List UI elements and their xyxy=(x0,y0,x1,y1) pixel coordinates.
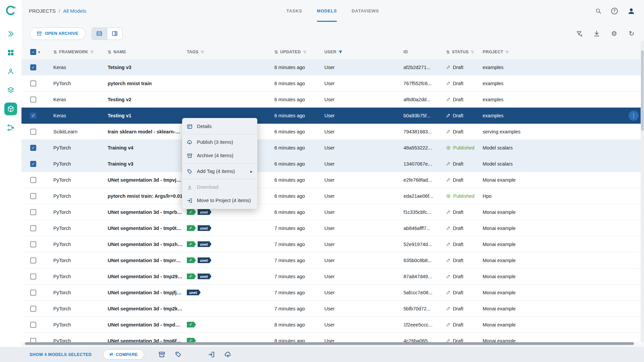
table-row[interactable]: PyTorch UNet segmentation 3d - tmp29rf..… xyxy=(21,268,644,285)
footer-archive-icon[interactable] xyxy=(158,351,165,358)
clearml-logo[interactable] xyxy=(4,3,18,17)
menu-item-move-to-project-4-items[interactable]: Move to Project (4 items) xyxy=(182,194,257,207)
sort-icon[interactable]: ⇅ xyxy=(53,50,57,55)
select-dropdown-icon[interactable]: ▾ xyxy=(38,50,40,54)
workers-icon[interactable] xyxy=(4,65,17,78)
row-status: Draft xyxy=(446,226,483,231)
table-row[interactable]: PyTorch UNet segmentation 3d - tmpdm4...… xyxy=(21,317,644,333)
column-header-name[interactable]: ⇅ NAME xyxy=(108,50,187,55)
filter-icon[interactable] xyxy=(505,50,509,54)
card-view-icon[interactable] xyxy=(107,28,122,40)
menu-item-details[interactable]: Details xyxy=(182,120,257,133)
pipelines-icon[interactable] xyxy=(4,121,17,134)
topbar: PROJECTS / All Models TASKSMODELSDATAVIE… xyxy=(21,0,644,22)
row-checkbox[interactable] xyxy=(30,306,36,312)
row-checkbox[interactable] xyxy=(30,113,36,119)
filter-reset-icon[interactable] xyxy=(576,30,583,37)
select-all-checkbox[interactable] xyxy=(30,49,36,55)
table-row[interactable]: PyTorch UNet segmentation 3d - tmpvjhyl.… xyxy=(21,172,644,188)
column-header-framework[interactable]: ⇅ FRAMEWORK xyxy=(53,50,108,55)
user-avatar-icon[interactable] xyxy=(627,7,635,15)
table-row[interactable]: PyTorch UNet segmentation 3d - tmp2kr0..… xyxy=(21,301,644,317)
row-checkbox[interactable] xyxy=(30,322,36,328)
column-header-status[interactable]: ⇅ STATUS xyxy=(446,50,483,55)
table-row[interactable]: PyTorch UNet segmentation 3d - tmprb9d..… xyxy=(21,204,644,220)
row-checkbox[interactable] xyxy=(30,80,36,86)
row-status: Draft xyxy=(446,81,483,86)
row-checkbox[interactable] xyxy=(30,145,36,151)
table-row[interactable]: PyTorch UNet segmentation 3d - tmp6fa0..… xyxy=(21,333,644,342)
table-row[interactable]: PyTorch pytorch mnist train: Args/lr=0.0… xyxy=(21,188,644,204)
row-checkbox[interactable] xyxy=(30,209,36,215)
table-row[interactable]: PyTorch UNet segmentation 3d - tmprrae..… xyxy=(21,252,644,268)
compare-button[interactable]: ⇄ COMPARE xyxy=(103,349,144,360)
sort-icon[interactable]: ⇅ xyxy=(108,50,111,55)
datasets-icon[interactable] xyxy=(4,84,17,97)
column-header-updated[interactable]: ⇅ UPDATED xyxy=(274,50,324,55)
row-checkbox[interactable] xyxy=(30,97,36,103)
column-header-tags[interactable]: TAGS xyxy=(187,50,274,54)
vertical-scrollbar[interactable] xyxy=(641,50,644,131)
column-header-user[interactable]: USER xyxy=(324,50,404,54)
tab-models[interactable]: MODELS xyxy=(317,0,337,22)
sort-icon[interactable]: ⇅ xyxy=(446,50,450,55)
table-row[interactable]: PyTorch pytorch mnist train 6 minutes ag… xyxy=(21,75,644,92)
row-name: UNet segmentation 3d - tmpjfjpv... xyxy=(108,290,187,295)
row-status: Draft xyxy=(446,113,483,118)
table-row[interactable]: PyTorch Training v3 6 minutes ago User 1… xyxy=(21,156,644,172)
table-row[interactable]: Keras Tetsing v3 6 minutes ago User af2b… xyxy=(21,59,644,75)
open-archive-button[interactable]: OPEN ARCHIVE xyxy=(30,27,86,40)
row-checkbox[interactable] xyxy=(30,257,36,263)
models-icon[interactable] xyxy=(4,103,17,115)
footer-tag-icon[interactable] xyxy=(175,351,182,358)
filter-icon[interactable] xyxy=(471,50,474,54)
table-row[interactable]: PyTorch Training v4 6 minutes ago User 4… xyxy=(21,140,644,156)
row-checkbox[interactable] xyxy=(30,161,36,167)
row-user: User xyxy=(324,242,404,247)
menu-item-publish-3-items[interactable]: Publish (3 items) xyxy=(182,135,257,149)
download-icon[interactable] xyxy=(593,30,600,37)
projects-icon[interactable] xyxy=(4,46,17,59)
filter-icon[interactable] xyxy=(201,50,204,54)
table-row[interactable]: PyTorch UNet segmentation 3d - tmpzh0...… xyxy=(21,236,644,252)
row-checkbox[interactable] xyxy=(30,177,36,183)
row-checkbox[interactable] xyxy=(30,64,36,70)
row-checkbox[interactable] xyxy=(30,225,36,231)
table-row[interactable]: PyTorch UNet segmentation 3d - tmpjfjpv.… xyxy=(21,285,644,301)
row-checkbox[interactable] xyxy=(30,338,36,343)
auto-refresh-icon[interactable]: ↻ xyxy=(628,30,635,37)
column-header-project[interactable]: PROJECT xyxy=(483,50,644,54)
menu-item-add-tag-4-items[interactable]: Add Tag (4 items)▸ xyxy=(182,165,257,178)
getting-started-icon[interactable] xyxy=(4,27,17,40)
sort-icon[interactable]: ⇅ xyxy=(274,50,278,55)
table-row[interactable]: Keras Testing v2 6 minutes ago User af6d… xyxy=(21,92,644,108)
table-view-icon[interactable] xyxy=(92,28,107,40)
table-row[interactable]: ScikitLearn train sklearn model - sklear… xyxy=(21,124,644,140)
footer-publish-icon[interactable] xyxy=(224,351,231,358)
show-selected-link[interactable]: SHOW 4 MODELS SELECTED xyxy=(30,352,92,357)
settings-icon[interactable]: ⚙ xyxy=(610,30,618,37)
search-icon[interactable] xyxy=(595,8,602,14)
tab-tasks[interactable]: TASKS xyxy=(286,0,302,22)
table-row[interactable]: PyTorch UNet segmentation 3d - tmp0tu...… xyxy=(21,220,644,236)
breadcrumb-projects[interactable]: PROJECTS xyxy=(29,8,56,14)
filter-icon[interactable] xyxy=(303,50,307,54)
tab-dataviews[interactable]: DATAVIEWS xyxy=(352,0,379,22)
selection-footer: SHOW 4 MODELS SELECTED ⇄ COMPARE xyxy=(0,347,644,362)
breadcrumb-all-models[interactable]: All Models xyxy=(63,8,86,14)
filter-active-icon[interactable] xyxy=(338,50,342,54)
footer-move-icon[interactable] xyxy=(208,351,215,358)
row-checkbox[interactable] xyxy=(30,193,36,199)
row-checkbox[interactable] xyxy=(30,241,36,247)
horizontal-scrollbar[interactable] xyxy=(25,342,634,345)
row-checkbox[interactable] xyxy=(30,129,36,135)
row-framework: PyTorch xyxy=(53,193,108,199)
filter-icon[interactable] xyxy=(90,50,94,54)
help-icon[interactable]: ? xyxy=(611,8,618,14)
row-status: Draft xyxy=(446,322,483,327)
row-actions-kebab-button[interactable]: ⋮ xyxy=(629,111,639,121)
row-checkbox[interactable] xyxy=(30,290,36,296)
menu-item-archive-4-items[interactable]: Archive (4 items) xyxy=(182,149,257,162)
table-row[interactable]: Keras Testing v1 6 minutes ago User b0a9… xyxy=(21,108,644,124)
row-checkbox[interactable] xyxy=(30,274,36,280)
